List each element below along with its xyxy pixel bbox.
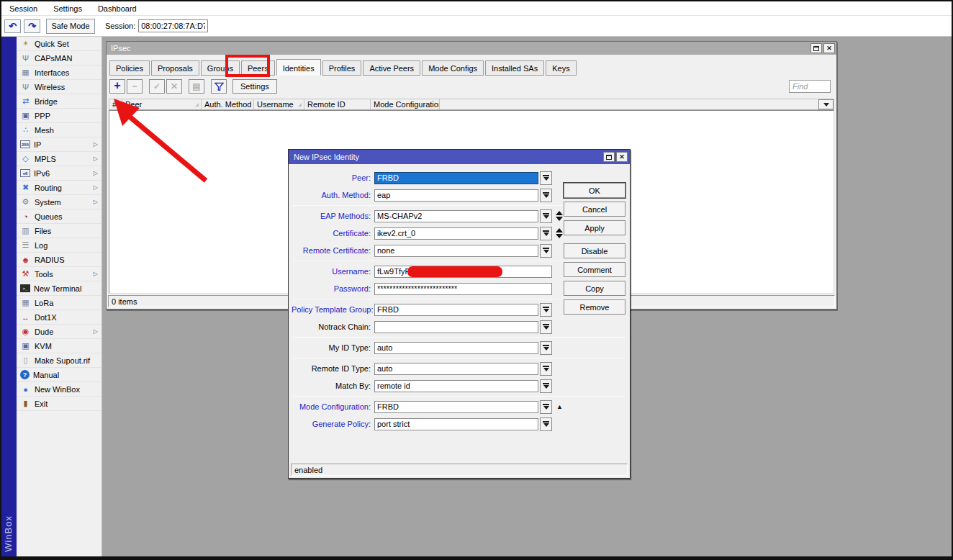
sidebar-item-ipv6[interactable]: v6IPv6▷: [17, 166, 101, 181]
policy-template-group-input[interactable]: [374, 304, 538, 316]
ok-button[interactable]: OK: [564, 183, 625, 198]
remove-entry-button[interactable]: Remove: [564, 299, 625, 315]
column-username[interactable]: Username: [254, 99, 304, 109]
peer-dropdown-button[interactable]: [540, 171, 552, 185]
collapse-section-button[interactable]: ▲: [556, 403, 563, 410]
eap-methods-reorder-control[interactable]: [556, 211, 563, 221]
sidebar-item-log[interactable]: ☰Log: [17, 238, 101, 253]
apply-button[interactable]: Apply: [564, 220, 625, 235]
sidebar-item-dude[interactable]: ◉Dude▷: [17, 325, 101, 339]
disable-button[interactable]: ✕: [166, 79, 182, 94]
match-by-input[interactable]: [374, 380, 538, 392]
sidebar-item-wireless[interactable]: ΨWireless: [17, 80, 101, 94]
redo-button[interactable]: ↷: [24, 19, 40, 33]
menu-session[interactable]: Session: [1, 1, 45, 16]
disable-entry-button[interactable]: Disable: [564, 243, 625, 258]
sidebar-item-lora[interactable]: ▦LoRa: [17, 296, 101, 310]
eap-methods-input[interactable]: [374, 210, 538, 222]
sidebar-item-bridge[interactable]: ⇄Bridge: [17, 94, 101, 109]
filter-button[interactable]: [211, 79, 227, 94]
tab-keys[interactable]: Keys: [546, 60, 576, 76]
dialog-close-button[interactable]: ✕: [616, 152, 628, 162]
undo-button[interactable]: ↶: [4, 19, 21, 33]
peer-input[interactable]: [374, 172, 538, 184]
mode-configuration-label: Mode Configuration:: [292, 402, 374, 411]
column-mode-configuration[interactable]: Mode Configuration: [371, 99, 440, 109]
tab-mode-configs[interactable]: Mode Configs: [422, 60, 484, 76]
sidebar-item-exit[interactable]: ▮Exit: [17, 397, 101, 411]
menu-settings[interactable]: Settings: [45, 1, 90, 16]
sidebar-item-mesh[interactable]: ∴Mesh: [17, 123, 101, 137]
column-options-button[interactable]: [818, 99, 834, 109]
password-input[interactable]: [374, 283, 552, 295]
remote-id-type-input[interactable]: [374, 363, 538, 375]
tab-installed-sas[interactable]: Installed SAs: [485, 60, 544, 76]
certificate-input[interactable]: [374, 227, 538, 240]
comment-button[interactable]: ▤: [189, 79, 204, 94]
auth-method-input[interactable]: [374, 189, 538, 202]
sidebar-item-mpls[interactable]: ◇MPLS▷: [17, 152, 101, 166]
tab-proposals[interactable]: Proposals: [151, 60, 199, 76]
tab-profiles[interactable]: Profiles: [322, 60, 362, 76]
sidebar-item-kvm[interactable]: ▣KVM: [17, 339, 101, 353]
settings-button[interactable]: Settings: [232, 79, 277, 94]
tab-active-peers[interactable]: Active Peers: [363, 60, 420, 76]
sidebar-item-quick-set[interactable]: ✶Quick Set: [17, 37, 101, 51]
remote-id-type-dropdown-button[interactable]: [540, 362, 552, 376]
find-input[interactable]: [789, 80, 831, 93]
close-button[interactable]: ✕: [823, 43, 835, 53]
remote-certificate-dropdown-button[interactable]: [540, 244, 552, 258]
sidebar-item-new-winbox[interactable]: ●New WinBox: [17, 382, 101, 397]
ipsec-title-bar[interactable]: IPsec ✕: [107, 42, 836, 55]
maximize-button[interactable]: [810, 43, 822, 53]
certificate-dropdown-button[interactable]: [540, 227, 552, 240]
sidebar-item-ip[interactable]: 255IP▷: [17, 137, 101, 152]
ipv6-icon: v6: [20, 169, 30, 177]
comment-entry-button[interactable]: Comment: [564, 262, 625, 277]
column-number[interactable]: #: [109, 99, 122, 109]
session-input[interactable]: [138, 19, 208, 32]
column-auth-method[interactable]: Auth. Method: [202, 99, 254, 109]
my-id-type-dropdown-button[interactable]: [540, 341, 552, 355]
sidebar-item-routing[interactable]: ✖Routing▷: [17, 181, 101, 195]
column-peer[interactable]: Peer: [122, 99, 202, 109]
generate-policy-input[interactable]: [374, 418, 538, 430]
cancel-button[interactable]: Cancel: [564, 202, 625, 217]
remove-button[interactable]: −: [127, 79, 143, 94]
sidebar-item-capsman[interactable]: ΨCAPsMAN: [17, 51, 101, 66]
mode-configuration-input[interactable]: [374, 401, 538, 413]
sidebar-item-manual[interactable]: ?Manual: [17, 368, 101, 382]
sidebar-item-dot1x[interactable]: ↔Dot1X: [17, 310, 101, 325]
sidebar-item-files[interactable]: ▥Files: [17, 224, 101, 238]
mode-configuration-dropdown-button[interactable]: [540, 400, 552, 414]
safe-mode-button[interactable]: Safe Mode: [46, 19, 95, 34]
sidebar-item-ppp[interactable]: ▣PPP: [17, 109, 101, 123]
sidebar-item-system[interactable]: ⚙System▷: [17, 195, 101, 209]
generate-policy-dropdown-button[interactable]: [540, 417, 552, 431]
sidebar-item-make-supout[interactable]: ▯Make Supout.rif: [17, 353, 101, 368]
remote-certificate-input[interactable]: [374, 245, 538, 257]
sidebar-item-radius[interactable]: ☻RADIUS: [17, 253, 101, 267]
add-button[interactable]: +: [109, 79, 125, 94]
tab-identities[interactable]: Identities: [276, 59, 321, 76]
dot1x-icon: ↔: [20, 312, 31, 322]
menu-dashboard[interactable]: Dashboard: [90, 1, 145, 16]
eap-methods-dropdown-button[interactable]: [540, 209, 552, 223]
sidebar-item-queues[interactable]: ◔Queues: [17, 209, 101, 224]
dialog-maximize-button[interactable]: [603, 152, 615, 162]
sidebar-item-tools[interactable]: ⚒Tools▷: [17, 267, 101, 281]
copy-entry-button[interactable]: Copy: [564, 281, 625, 296]
sidebar-item-new-terminal[interactable]: >_New Terminal: [17, 281, 101, 296]
column-remote-id[interactable]: Remote ID: [304, 99, 371, 109]
notrack-chain-dropdown-button[interactable]: [540, 320, 552, 334]
certificate-reorder-control[interactable]: [556, 228, 563, 238]
enable-button[interactable]: ✓: [149, 79, 165, 94]
match-by-dropdown-button[interactable]: [540, 379, 552, 393]
my-id-type-input[interactable]: [374, 342, 538, 354]
dialog-title-bar[interactable]: New IPsec Identity ✕: [289, 150, 630, 164]
policy-template-group-dropdown-button[interactable]: [540, 303, 552, 317]
auth-method-dropdown-button[interactable]: [540, 189, 552, 202]
notrack-chain-input[interactable]: [374, 321, 538, 333]
sidebar-item-interfaces[interactable]: ▦Interfaces: [17, 66, 101, 80]
tab-policies[interactable]: Policies: [109, 60, 150, 76]
